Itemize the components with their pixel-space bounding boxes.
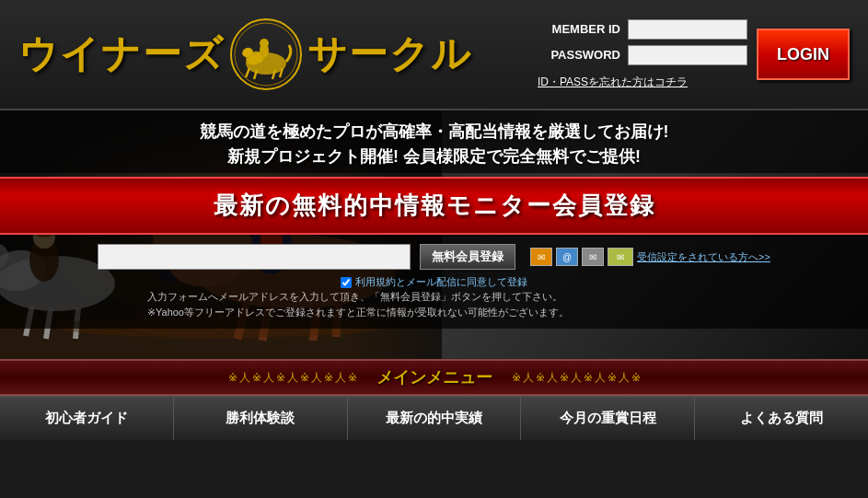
reg-notes: 入力フォームへメールアドレスを入力して頂き、「無料会員登録」ボタンを押して下さい… [18,289,850,319]
header: ウイナーズ サークル MEMBER ID [0,0,868,110]
forgot-link[interactable]: ID・PASSを忘れた方はコチラ [538,75,747,90]
icon-3: ✉ [582,248,604,266]
nav-item-2[interactable]: 最新の的中実績 [348,397,522,440]
register-button[interactable]: 無料会員登録 [420,244,515,270]
logo-icon [229,17,303,91]
registration-area: 無料会員登録 ✉ @ ✉ ✉ 受信設定をされている方へ>> 利用規約とメール配信… [0,235,868,329]
password-label: PASSWORD [538,48,620,62]
logo-area: ウイナーズ サークル [18,17,472,91]
login-button[interactable]: LOGIN [757,29,850,80]
icon-2: @ [556,248,578,266]
svg-line-4 [246,68,249,77]
icon-4: ✉ [608,248,633,266]
svg-point-10 [260,39,269,48]
deco-right: ※ 人 ※ 人 ※ 人 ※ 人 ※ 人 ※ [511,370,642,386]
nav-item-0[interactable]: 初心者ガイド [0,397,174,440]
banner-line1: 競馬の道を極めたプロが高確率・高配当情報を厳選してお届け! [0,120,868,145]
nav-bar: 初心者ガイド 勝利体験談 最新の的中実績 今月の重賞日程 よくある質問 [0,396,868,440]
login-fields: MEMBER ID PASSWORD ID・PASSを忘れた方はコチラ [538,19,747,90]
logo-text-left: ウイナーズ [18,29,225,80]
main-menu-title: メインメニュー [376,366,492,388]
banner-area: 競馬の道を極めたプロが高確率・高配当情報を厳選してお届け! 新規プロジェクト開催… [0,110,868,359]
banner-top-text: 競馬の道を極めたプロが高確率・高配当情報を厳選してお届け! 新規プロジェクト開催… [0,110,868,173]
reg-icons: ✉ @ ✉ ✉ 受信設定をされている方へ>> [530,248,770,266]
agree-text: 利用規約とメール配信に同意して登録 [355,275,527,289]
login-area: MEMBER ID PASSWORD ID・PASSを忘れた方はコチラ LOGI… [538,19,850,90]
nav-item-4[interactable]: よくある質問 [695,397,868,440]
nav-item-3[interactable]: 今月の重賞日程 [521,397,695,440]
banner-line2: 新規プロジェクト開催! 会員様限定で完全無料でご提供! [0,145,868,169]
banner-title-bar: 最新の無料的中情報モニター会員登録 [0,177,868,235]
nav-item-1[interactable]: 勝利体験談 [174,397,348,440]
logo-text-right: サークル [307,29,472,80]
main-menu-bar: ※ 人 ※ 人 ※ 人 ※ 人 ※ 人 ※ メインメニュー ※ 人 ※ 人 ※ … [0,359,868,396]
banner-title: 最新の無料的中情報モニター会員登録 [214,191,655,219]
member-id-row: MEMBER ID [538,19,747,40]
member-id-label: MEMBER ID [538,22,620,36]
icon-1: ✉ [530,248,552,266]
banner-content: 競馬の道を極めたプロが高確率・高配当情報を厳選してお届け! 新規プロジェクト開催… [0,110,868,359]
agree-row: 利用規約とメール配信に同意して登録 [341,275,527,289]
agree-checkbox[interactable] [341,277,352,288]
member-id-input[interactable] [628,19,747,40]
password-input[interactable] [628,45,747,65]
reg-input-row: 無料会員登録 ✉ @ ✉ ✉ 受信設定をされている方へ>> [98,244,770,270]
icon-link[interactable]: 受信設定をされている方へ>> [637,250,770,264]
note-line2: ※Yahoo等フリーアドレスでご登録されますと正常に情報が受取れない可能性がござ… [147,305,850,320]
password-row: PASSWORD [538,45,747,65]
email-input[interactable] [98,244,411,270]
deco-left: ※ 人 ※ 人 ※ 人 ※ 人 ※ 人 ※ [227,370,358,386]
note-line1: 入力フォームへメールアドレスを入力して頂き、「無料会員登録」ボタンを押して下さい… [147,289,850,305]
